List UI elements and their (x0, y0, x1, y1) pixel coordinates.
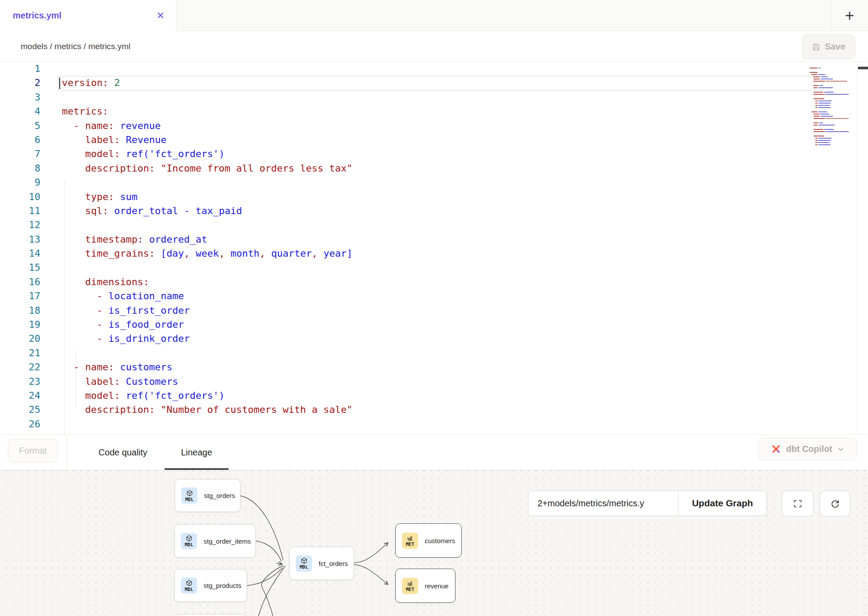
lineage-node-partial-node[interactable] (175, 614, 247, 616)
line-number: 16 (0, 275, 40, 289)
code-line[interactable]: - is_food_order (62, 318, 352, 332)
graph-selector: Update Graph (528, 491, 767, 516)
floppy-disk-icon (812, 43, 821, 51)
graph-selector-input[interactable] (528, 491, 678, 516)
editor-toolbar: Format Code quality Lineage dbt Copilot (0, 434, 868, 470)
node-label: revenue (425, 582, 448, 590)
fullscreen-button[interactable] (782, 491, 814, 516)
line-number: 24 (0, 389, 40, 403)
met-badge: MET (402, 578, 418, 594)
lineage-node-customers[interactable]: METcustomers (395, 523, 462, 558)
line-number: 18 (0, 304, 40, 318)
code-editor[interactable]: 1234567891011121314151617181920212223242… (0, 62, 868, 434)
model-cube-icon (186, 535, 193, 542)
lineage-node-fct_orders[interactable]: MDLfct_orders (289, 547, 354, 580)
node-label: stg_products (204, 582, 241, 589)
code-line[interactable]: description: "Number of customers with a… (62, 403, 352, 417)
code-line[interactable] (62, 175, 352, 190)
line-number: 8 (0, 161, 40, 175)
line-number: 19 (0, 318, 40, 332)
node-label: fct_orders (319, 560, 348, 567)
lineage-canvas[interactable]: MDLstg_ordersMDLstg_order_itemsMDLstg_pr… (0, 470, 868, 616)
copilot-label: dbt Copilot (786, 444, 832, 454)
tab-strip-empty (176, 0, 831, 31)
save-label: Save (825, 42, 846, 52)
format-button[interactable]: Format (8, 439, 58, 462)
line-number: 21 (0, 346, 40, 360)
node-label: stg_order_items (204, 537, 251, 545)
dbt-copilot-button[interactable]: dbt Copilot (758, 438, 857, 460)
fullscreen-icon (793, 498, 803, 509)
node-label: customers (425, 537, 455, 544)
code-line[interactable]: version: 2 (62, 76, 352, 90)
dbt-ide-window: metrics.yml ✕ + models / metrics / metri… (0, 0, 868, 616)
line-number: 22 (0, 360, 40, 374)
line-number: 4 (0, 104, 40, 118)
code-line[interactable] (62, 218, 352, 232)
mdl-badge: MDL (181, 577, 197, 594)
code-line[interactable]: model: ref('fct_orders') (62, 389, 352, 403)
line-number: 1 (0, 62, 40, 76)
refresh-button[interactable] (820, 491, 850, 516)
mdl-badge: MDL (181, 533, 197, 549)
mdl-badge: MDL (296, 555, 312, 572)
line-number: 17 (0, 289, 40, 303)
code-line[interactable]: - location_name (62, 289, 352, 303)
code-line[interactable] (62, 346, 352, 360)
line-number: 5 (0, 119, 40, 133)
lineage-node-revenue[interactable]: METrevenue (395, 569, 456, 603)
tab-bar: metrics.yml ✕ + (0, 0, 868, 31)
mdl-badge: MDL (181, 487, 197, 504)
code-line[interactable] (62, 62, 352, 76)
code-line[interactable]: - name: customers (62, 360, 352, 374)
code-line[interactable]: timestamp: ordered_at (62, 233, 352, 247)
code-line[interactable]: label: Customers (62, 375, 352, 389)
code-line[interactable]: label: Revenue (62, 133, 352, 147)
tab-code-quality[interactable]: Code quality (90, 435, 156, 470)
line-number: 7 (0, 147, 40, 161)
code-line[interactable]: - name: revenue (62, 119, 352, 133)
text-cursor (59, 78, 60, 89)
close-icon[interactable]: ✕ (157, 11, 165, 21)
refresh-icon (830, 498, 840, 509)
line-number: 25 (0, 403, 40, 417)
minimap[interactable] (810, 65, 857, 147)
code-line[interactable]: model: ref('fct_orders') (62, 147, 352, 161)
line-number: 15 (0, 261, 40, 275)
tab-lineage[interactable]: Lineage (175, 435, 219, 470)
code-line[interactable]: description: "Income from all orders les… (62, 161, 352, 175)
code-lines[interactable]: version: 2metrics: - name: revenue label… (62, 62, 352, 431)
minimap-separator (857, 62, 857, 434)
update-graph-button[interactable]: Update Graph (678, 491, 767, 516)
lineage-node-stg_products[interactable]: MDLstg_products (174, 569, 247, 602)
code-line[interactable]: - is_drink_order (62, 332, 352, 346)
met-badge: MET (402, 533, 418, 549)
tab-metrics-yml[interactable]: metrics.yml ✕ (0, 0, 176, 31)
dbt-logo-icon (771, 444, 781, 454)
lineage-node-stg_order_items[interactable]: MDLstg_order_items (174, 524, 256, 558)
line-number: 9 (0, 175, 40, 190)
model-cube-icon (186, 580, 193, 587)
line-number: 14 (0, 247, 40, 261)
code-line[interactable]: sql: order_total - tax_paid (62, 204, 352, 218)
code-line[interactable]: type: sum (62, 190, 352, 204)
node-label: stg_orders (204, 492, 235, 499)
file-header-row: models / metrics / metrics.yml Save (0, 31, 868, 62)
line-number: 11 (0, 204, 40, 218)
model-cube-icon (301, 557, 308, 564)
code-line[interactable] (62, 90, 352, 104)
plus-icon: + (845, 7, 854, 25)
code-line[interactable]: metrics: (62, 104, 352, 118)
save-button[interactable]: Save (802, 34, 855, 59)
breadcrumb: models / metrics / metrics.yml (21, 31, 130, 62)
code-line[interactable]: dimensions: (62, 275, 352, 289)
code-line[interactable]: time_grains: [day, week, month, quarter,… (62, 247, 352, 261)
lineage-node-stg_orders[interactable]: MDLstg_orders (175, 479, 240, 512)
code-line[interactable] (62, 417, 352, 431)
new-tab-button[interactable]: + (831, 0, 868, 31)
code-line[interactable]: - is_first_order (62, 304, 352, 318)
chevron-down-icon (837, 446, 844, 453)
code-line[interactable] (62, 261, 352, 275)
scrollbar-marker[interactable] (858, 67, 868, 69)
line-number: 13 (0, 233, 40, 247)
